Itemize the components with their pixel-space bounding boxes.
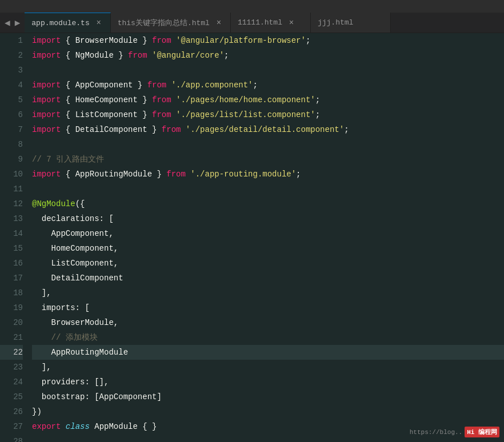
code-line: providers: [], (32, 375, 504, 389)
code-line: imports: [ (32, 300, 504, 315)
code-line: AppRoutingModule (32, 345, 504, 360)
tab-label: app.module.ts (31, 19, 89, 27)
line-number: 11 (0, 182, 23, 196)
line-number: 24 (0, 375, 23, 389)
line-number: 28 (0, 434, 23, 442)
code-line: ], (32, 286, 504, 300)
code-line: AppComponent, (32, 226, 504, 241)
line-number: 7 (0, 122, 23, 137)
code-line: @NgModule({ (32, 196, 504, 211)
code-line: // 添加模块 (32, 330, 504, 345)
line-number: 18 (0, 286, 23, 300)
line-number: 2 (0, 48, 23, 63)
watermark: https://blog.. Hi 编程网 (410, 427, 499, 437)
tab-scroll-arrows[interactable]: ◀ ▶ (0, 13, 25, 33)
line-number: 22 (0, 345, 23, 360)
line-number: 20 (0, 315, 23, 330)
tab-tab3[interactable]: 11111.html× (231, 13, 311, 33)
tab-tab2[interactable]: this关键字指向总结.html× (111, 13, 231, 33)
code-line: import { NgModule } from '@angular/core'… (32, 48, 504, 63)
line-number: 10 (0, 167, 23, 182)
code-line: import { DetailComponent } from './pages… (32, 122, 504, 137)
line-number: 5 (0, 93, 23, 107)
line-number: 3 (0, 63, 23, 78)
tab-tab4[interactable]: jjj.html (311, 13, 391, 33)
line-number: 6 (0, 107, 23, 122)
tab-bar: ◀ ▶ app.module.ts×this关键字指向总结.html×11111… (0, 13, 504, 33)
tab-label: 11111.html (238, 18, 282, 27)
line-number: 13 (0, 211, 23, 226)
code-line: declarations: [ (32, 211, 504, 226)
code-line: ListComponent, (32, 256, 504, 271)
line-number: 15 (0, 241, 23, 256)
code-line: ], (32, 360, 504, 375)
line-number: 9 (0, 152, 23, 167)
code-line: import { HomeComponent } from './pages/h… (32, 93, 504, 107)
editor: 1234567891011121314151617181920212223242… (0, 33, 504, 442)
code-line (32, 63, 504, 78)
code-line: import { BrowserModule } from '@angular/… (32, 33, 504, 48)
watermark-url: https://blog.. (410, 429, 462, 436)
code-line: HomeComponent, (32, 241, 504, 256)
line-number: 23 (0, 360, 23, 375)
tab-label: jjj.html (318, 18, 353, 27)
line-number: 1 (0, 33, 23, 48)
tab-close-btn[interactable]: × (214, 18, 223, 27)
line-number: 19 (0, 300, 23, 315)
tab-close-btn[interactable]: × (94, 18, 103, 27)
title-bar (0, 0, 504, 13)
watermark-logo: Hi 编程网 (465, 427, 499, 437)
line-number: 4 (0, 78, 23, 93)
line-number: 27 (0, 419, 23, 434)
code-line: // 7 引入路由文件 (32, 152, 504, 167)
code-line: }) (32, 404, 504, 419)
line-number: 16 (0, 256, 23, 271)
scroll-right-icon[interactable]: ▶ (13, 16, 23, 30)
code-line (32, 182, 504, 196)
tab-label: this关键字指向总结.html (118, 18, 210, 28)
code-line: import { AppComponent } from './app.comp… (32, 78, 504, 93)
scroll-left-icon[interactable]: ◀ (2, 16, 13, 30)
line-number: 21 (0, 330, 23, 345)
tab-close-btn[interactable]: × (287, 18, 296, 27)
code-line: DetailComponent (32, 271, 504, 286)
line-number: 17 (0, 271, 23, 286)
code-line: import { ListComponent } from './pages/l… (32, 107, 504, 122)
line-number: 14 (0, 226, 23, 241)
line-number: 25 (0, 389, 23, 404)
code-line (32, 137, 504, 152)
line-number: 12 (0, 196, 23, 211)
code-line: import { AppRoutingModule } from './app-… (32, 167, 504, 182)
code-line: bootstrap: [AppComponent] (32, 389, 504, 404)
line-number: 26 (0, 404, 23, 419)
line-number: 8 (0, 137, 23, 152)
code-line: BrowserModule, (32, 315, 504, 330)
tab-tab1[interactable]: app.module.ts× (25, 13, 110, 33)
code-area[interactable]: import { BrowserModule } from '@angular/… (27, 33, 504, 442)
line-numbers: 1234567891011121314151617181920212223242… (0, 33, 27, 442)
